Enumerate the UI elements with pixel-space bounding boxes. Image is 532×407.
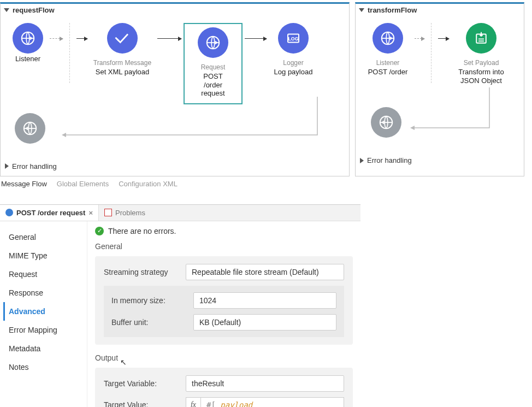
close-icon[interactable]: × (88, 209, 93, 217)
tab-message-flow[interactable]: Message Flow (1, 180, 47, 188)
node-type: Logger (283, 59, 303, 67)
cursor-icon: ↖ (120, 358, 127, 367)
node-label: Transform into JSON Object (451, 68, 511, 85)
transform-node[interactable]: Transform Message Set XML payload (90, 23, 155, 76)
in-memory-size-label: In memory size: (111, 296, 193, 305)
source-divider (431, 23, 431, 83)
response-node[interactable] (371, 107, 401, 138)
general-group: Streaming strategy Repeatable file store… (95, 256, 353, 345)
arrow-icon (412, 23, 427, 54)
nav-general[interactable]: General (3, 228, 84, 246)
listener-node[interactable]: Listener POST /order (363, 23, 412, 76)
chevron-down-icon (359, 8, 364, 12)
nav-mime-type[interactable]: MIME Type (3, 246, 84, 265)
panel-title: transformFlow (368, 6, 417, 14)
tab-label: Problems (115, 209, 145, 217)
chevron-down-icon (4, 8, 9, 12)
listener-node[interactable]: Listener (8, 23, 48, 63)
in-memory-size-input[interactable]: 1024 (193, 292, 336, 309)
source-divider (69, 23, 70, 83)
node-type: Listener (376, 59, 400, 67)
tab-config-xml[interactable]: Configuration XML (119, 180, 178, 188)
request-node-selected[interactable]: Request POST /order request (184, 23, 243, 104)
problems-icon (104, 209, 112, 216)
status-text: There are no errors. (108, 227, 176, 235)
tab-label: POST /order request (16, 209, 85, 217)
request-flow-panel: requestFlow Listener Transform Message S… (0, 2, 350, 176)
node-label: POST /order request (194, 72, 232, 98)
log-icon: LOG (278, 23, 309, 54)
return-path-icon (1, 97, 339, 143)
props-sidenav: General MIME Type Request Response Advan… (0, 221, 87, 407)
globe-return-icon (371, 107, 401, 138)
expr-prefix: #[ (206, 400, 220, 407)
error-handling-section[interactable]: Error handling (356, 153, 524, 170)
arrow-icon (243, 23, 269, 54)
node-type: Request (201, 63, 226, 71)
node-label: Listener (15, 55, 40, 63)
node-type: Transform Message (93, 59, 151, 67)
streaming-strategy-label: Streaming strategy (104, 268, 186, 276)
section-output-heading: Output ↖ (95, 353, 353, 362)
node-label: POST /order (368, 68, 408, 76)
properties-panel: POST /order request × Problems General M… (0, 204, 360, 407)
nav-error-mapping[interactable]: Error Mapping (3, 321, 84, 339)
target-value-label: Target Value: (104, 400, 186, 407)
buffer-unit-select[interactable]: KB (Default) (193, 314, 336, 331)
target-value-input[interactable]: #[ payload (201, 397, 344, 407)
nav-request[interactable]: Request (3, 265, 84, 284)
output-group: Target Variable: theResult Target Value:… (95, 368, 353, 407)
target-variable-label: Target Variable: (104, 379, 186, 388)
payload-icon (466, 23, 496, 54)
panel-header[interactable]: requestFlow (1, 4, 349, 16)
transform-icon (107, 23, 138, 54)
fx-toggle-button[interactable]: fx (186, 397, 201, 407)
target-variable-input[interactable]: theResult (186, 375, 344, 392)
error-handling-section[interactable]: Error handling (1, 159, 349, 176)
nav-notes[interactable]: Notes (3, 358, 84, 376)
editor-view-tabs: Message Flow Global Elements Configurati… (0, 176, 532, 191)
globe-return-icon (15, 113, 45, 144)
arrow-icon (436, 23, 451, 54)
nav-advanced[interactable]: Advanced (3, 302, 84, 321)
tab-problems[interactable]: Problems (99, 205, 151, 221)
nav-metadata[interactable]: Metadata (3, 339, 84, 358)
section-general-heading: General (95, 242, 353, 251)
arrow-icon (155, 23, 184, 54)
set-payload-node[interactable]: Set Payload Transform into JSON Object (451, 23, 511, 85)
response-node[interactable] (15, 113, 45, 144)
node-label: Set XML payload (96, 68, 150, 76)
error-handling-label: Error handling (12, 162, 57, 170)
svg-marker-4 (62, 133, 66, 137)
tab-component-props[interactable]: POST /order request × (0, 205, 99, 221)
globe-small-icon (5, 209, 13, 216)
panel-title: requestFlow (13, 6, 55, 14)
node-type: Set Payload (464, 59, 499, 67)
node-label: Log payload (274, 68, 313, 76)
transform-flow-panel: transformFlow Listener POST /order Set P… (355, 2, 524, 176)
logger-node[interactable]: LOG Logger Log payload (269, 23, 318, 76)
check-icon: ✓ (95, 227, 104, 235)
svg-text:LOG: LOG (288, 36, 299, 42)
error-handling-label: Error handling (367, 156, 412, 164)
buffer-unit-label: Buffer unit: (111, 318, 193, 327)
arrow-icon (74, 23, 90, 54)
arrow-icon (48, 23, 65, 54)
streaming-strategy-select[interactable]: Repeatable file store stream (Default) (186, 264, 344, 280)
panel-header[interactable]: transformFlow (356, 4, 524, 16)
chevron-right-icon (5, 163, 9, 169)
globe-icon (373, 23, 403, 54)
expr-keyword: payload (220, 400, 252, 407)
validation-status: ✓ There are no errors. (95, 227, 353, 235)
svg-marker-8 (410, 126, 415, 130)
globe-icon (13, 23, 43, 54)
properties-tabs: POST /order request × Problems (0, 205, 360, 221)
chevron-right-icon (360, 158, 364, 163)
nav-response[interactable]: Response (3, 284, 84, 302)
streaming-subgroup: In memory size: 1024 Buffer unit: KB (De… (104, 286, 344, 337)
globe-icon (198, 27, 228, 58)
tab-global-elements[interactable]: Global Elements (57, 180, 109, 188)
